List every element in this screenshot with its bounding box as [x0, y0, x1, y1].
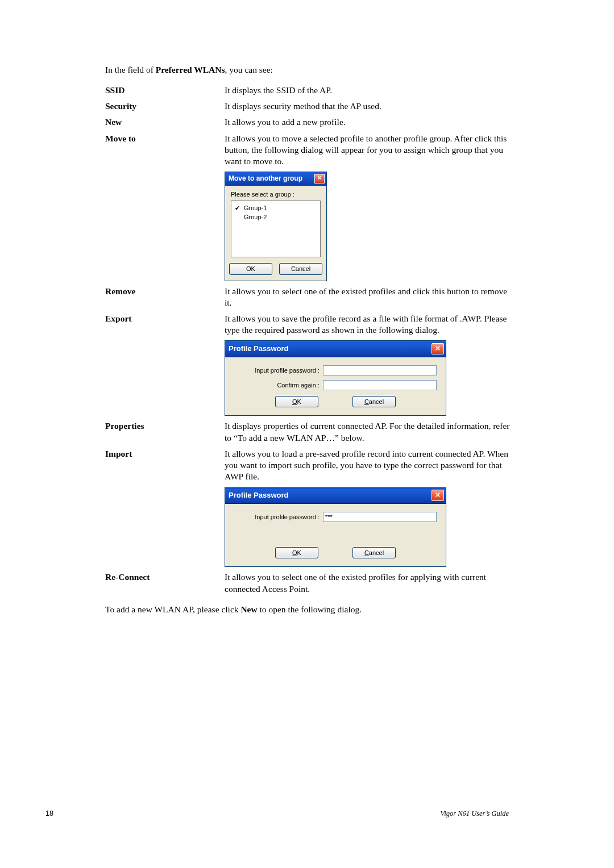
desc-new: It allows you to add a new profile. — [225, 114, 511, 130]
cancel-button[interactable]: Cancel — [352, 396, 396, 407]
outro-bold: New — [240, 604, 257, 614]
profile-export-titlebar: Profile Password × — [225, 341, 446, 357]
group-listbox[interactable]: Group-1 Group-2 — [231, 201, 321, 257]
cancel-underline: C — [364, 398, 369, 405]
ok-underline: O — [292, 549, 297, 556]
move-to-body: Please select a group : Group-1 Group-2 — [225, 186, 326, 281]
export-confirm-input[interactable] — [323, 380, 437, 390]
outro-post: to open the following dialog. — [258, 604, 362, 614]
move-to-titlebar: Move to another group × — [225, 172, 326, 186]
ok-button[interactable]: OK — [275, 396, 318, 407]
close-icon[interactable]: × — [314, 174, 325, 183]
term-export: Export — [105, 311, 225, 338]
close-icon[interactable]: × — [432, 490, 444, 501]
cancel-rest: ancel — [369, 398, 384, 405]
profile-export-title: Profile Password — [229, 344, 288, 354]
desc-ssid: It displays the SSID of the AP. — [225, 82, 511, 98]
move-to-title: Move to another group — [229, 174, 302, 183]
export-confirm-label: Confirm again : — [234, 381, 323, 389]
desc-reconnect: It allows you to select one of the exist… — [225, 569, 511, 596]
document-page: In the field of Preferred WLANs, you can… — [0, 0, 614, 868]
group-item-1[interactable]: Group-1 — [235, 203, 317, 212]
term-import: Import — [105, 446, 225, 485]
close-icon[interactable]: × — [432, 343, 444, 354]
desc-properties: It displays properties of current connec… — [225, 418, 511, 445]
term-security: Security — [105, 98, 225, 114]
term-ssid: SSID — [105, 82, 225, 98]
cancel-button[interactable]: Cancel — [279, 263, 322, 274]
ok-button[interactable]: OK — [229, 263, 272, 274]
term-properties: Properties — [105, 418, 225, 445]
definitions-table: SSID It displays the SSID of the AP. Sec… — [105, 82, 511, 597]
desc-moveto: It allows you to move a selected profile… — [225, 131, 511, 169]
group-1-label: Group-1 — [244, 204, 267, 212]
check-icon — [235, 204, 242, 212]
profile-password-import-dialog: Profile Password × Input profile passwor… — [225, 487, 446, 567]
intro-pre: In the field of — [105, 65, 156, 74]
cancel-underline: C — [364, 549, 369, 556]
desc-export: It allows you to save the profile record… — [225, 311, 511, 338]
desc-import: It allows you to load a pre-saved profil… — [225, 446, 511, 485]
ok-underline: O — [292, 398, 297, 405]
intro-post: , you can see: — [225, 65, 273, 74]
profile-password-export-dialog: Profile Password × Input profile passwor… — [225, 340, 446, 416]
term-moveto: Move to — [105, 131, 225, 169]
ok-button[interactable]: OK — [275, 547, 318, 558]
cancel-rest: ancel — [369, 549, 384, 556]
term-new: New — [105, 114, 225, 130]
profile-import-titlebar: Profile Password × — [225, 487, 446, 504]
page-footer: 18 Vigor N61 User’s Guide — [0, 809, 614, 818]
desc-remove: It allows you to select one of the exist… — [225, 283, 511, 311]
export-password-input[interactable] — [323, 365, 437, 375]
group-item-2[interactable]: Group-2 — [235, 212, 317, 222]
cancel-button[interactable]: Cancel — [352, 547, 396, 558]
move-to-prompt: Please select a group : — [231, 190, 321, 198]
intro-line: In the field of Preferred WLANs, you can… — [105, 64, 511, 76]
import-password-input[interactable] — [323, 512, 437, 522]
desc-security: It displays security method that the AP … — [225, 98, 511, 114]
profile-import-body: Input profile password : OK Cancel — [225, 504, 446, 566]
guide-name: Vigor N61 User’s Guide — [441, 809, 509, 818]
profile-import-title: Profile Password — [229, 491, 288, 500]
export-password-label: Input profile password : — [234, 366, 323, 374]
ok-rest: K — [297, 549, 301, 556]
term-remove: Remove — [105, 283, 225, 311]
import-password-label: Input profile password : — [234, 513, 323, 521]
page-number: 18 — [45, 809, 53, 818]
move-to-dialog: Move to another group × Please select a … — [225, 172, 327, 281]
outro-line: To add a new WLAN AP, please click New t… — [105, 604, 511, 615]
profile-export-body: Input profile password : Confirm again :… — [225, 357, 446, 415]
outro-pre: To add a new WLAN AP, please click — [105, 604, 240, 614]
term-reconnect: Re-Connect — [105, 569, 225, 596]
ok-rest: K — [297, 398, 301, 405]
intro-bold: Preferred WLANs — [156, 65, 225, 74]
group-2-label: Group-2 — [244, 213, 267, 221]
